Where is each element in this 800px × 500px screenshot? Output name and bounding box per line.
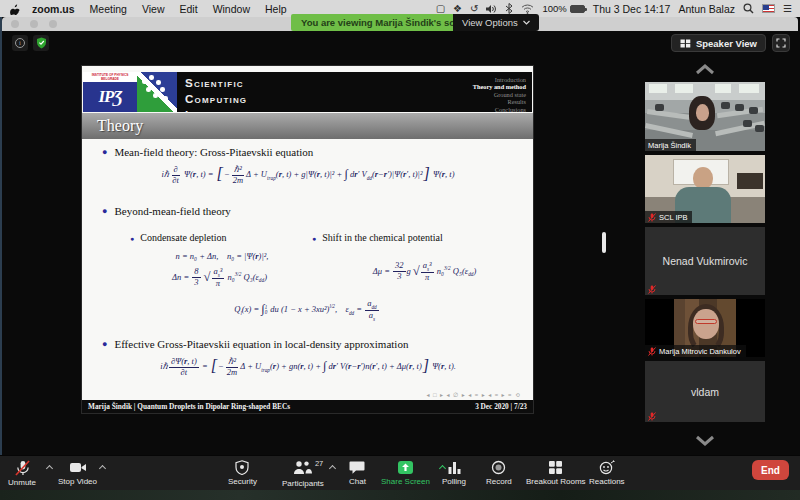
panel-resize-handle[interactable] [602,232,606,253]
apple-menu-icon[interactable] [10,3,20,15]
meeting-top-strip: i Speaker View [2,31,798,55]
input-source-flag-icon[interactable] [762,4,775,13]
record-icon [491,460,506,475]
unmute-options-chevron[interactable] [46,465,53,472]
chevron-down-icon [523,20,530,25]
equation-effective-gpe: iℏ∂Ψ(r, t)∂t = [−ℏ²2mΔ + Utrap(r) + gn(r… [96,357,520,378]
slide-footer: Marija Šindik | Quantum Droplets in Dipo… [82,400,533,413]
stop-video-button[interactable]: Stop Video [58,460,97,486]
reactions-smiley-icon [599,460,615,475]
bullet-mean-field: ●Mean-field theory: Gross-Pitaevskii equ… [102,146,313,158]
video-tile-marija-sindik[interactable]: Marija Šindik [645,82,765,151]
menu-window[interactable]: Window [213,3,250,15]
chat-bubble-icon [349,460,365,475]
menu-view[interactable]: View [142,3,165,15]
slide-body: ●Mean-field theory: Gross-Pitaevskii equ… [82,139,533,400]
menu-zoom-us[interactable]: zoom.us [32,3,75,15]
video-tile-marija-mitrovic-dankulov[interactable]: Marija Mitrovic Dankulov [645,299,765,357]
video-tile-nenad-vukmirovic[interactable]: Nenad Vukmirovic [645,227,765,295]
participants-options-chevron[interactable] [329,465,336,472]
video-tile-vldam[interactable]: vldam [645,361,765,422]
polling-button[interactable]: Polling [442,460,466,486]
bullet-effective-gpe: ●Effective Gross-Pitaevskii equation in … [102,338,408,350]
window-minimize-button[interactable] [30,20,38,28]
share-screen-icon [397,460,414,475]
subbullet-chemical-potential: ●Shift in the chemical potential [312,232,443,243]
end-meeting-button[interactable]: End [752,460,789,480]
equation-mu-shift: Δμ = 323g√as³π n₀3/2 Q₅(εdd) [332,261,517,283]
reactions-button[interactable]: Reactions [589,460,625,486]
participant-name-label: Marija Šindik [645,139,696,151]
zoom-app-window: zoom.us Meeting View Edit Window Help ▢ … [0,0,800,500]
desktop-wallpaper [0,490,800,500]
menu-help[interactable]: Help [265,3,287,15]
fullscreen-icon [776,38,786,48]
nav-conclusions: Conclusions [473,106,526,113]
battery-icon [570,5,585,13]
window-close-button[interactable] [11,20,19,28]
view-options-dropdown[interactable]: View Options [453,14,539,31]
equation-gpe: iℏ∂∂t Ψ(r, t) = [−ℏ²2mΔ + Utrap(r, t) + … [96,165,520,186]
menu-edit[interactable]: Edit [180,3,198,15]
nav-introduction: Introduction [473,76,526,83]
meeting-info-button[interactable]: i [12,35,28,51]
participant-name-label: SCL IPB [645,211,692,223]
notification-center-icon[interactable]: ☰ [783,3,792,14]
spotlight-search-icon[interactable] [743,3,754,14]
polling-bars-icon [447,460,462,475]
nav-results: Results [473,98,526,105]
grid-view-icon [680,39,691,48]
dropbox-icon[interactable]: ❖ [453,3,462,14]
window-zoom-button[interactable] [49,20,57,28]
nav-ground-state: Ground state [473,91,526,98]
menu-meeting[interactable]: Meeting [90,3,127,15]
video-tile-scl-ipb[interactable]: SCL IPB [645,155,765,223]
participant-name-label [645,283,661,295]
display-icon[interactable]: ▢ [436,3,445,14]
encryption-status-button[interactable] [33,35,49,51]
bullet-beyond-mean-field: ●Beyond-mean-field theory [102,205,231,217]
muted-mic-icon [648,347,656,356]
record-button[interactable]: Record [486,460,512,486]
scroll-up-chevron[interactable] [694,62,716,76]
desktop-wallpaper-edge [0,14,2,490]
menu-bar-clock[interactable]: Thu 3 Dec 14:17 [593,3,671,15]
participant-name-label [645,410,661,422]
participants-button[interactable]: 27 Participants [282,460,324,488]
slide-footer-date-page: 3 Dec 2020 | 7/23 [475,402,527,411]
muted-mic-icon [15,460,30,476]
timemachine-icon[interactable]: ↺ [470,3,478,14]
zoom-toolbar: Unmute Stop Video Security [0,455,800,490]
video-options-chevron[interactable] [99,465,106,472]
fullscreen-button[interactable] [772,34,790,52]
security-shield-icon [235,460,249,475]
volume-icon[interactable] [486,4,497,14]
scl-lab-name: Scientific Computing Laboratory [185,75,255,109]
unmute-button[interactable]: Unmute [8,460,36,487]
subbullet-condensate-depletion: ●Condensate depletion [130,232,227,243]
beamer-nav-symbols: ◂ □ ▸ ◂ ∅ ▸ ◂ ≡ ▸ ◂ ≡ ▸ ≡ ⟲ [426,391,521,398]
participant-name-label: Marija Mitrovic Dankulov [645,345,746,357]
wifi-icon[interactable] [521,4,534,14]
encryption-shield-icon [36,37,47,49]
equation-q-integral: Ql(x) = ∫10 du (1 − x + 3xu²)l/2, εdd = … [177,299,437,321]
equation-density: n = n₀ + Δn, n₀ = |Ψ(r)|², [137,251,307,261]
chat-button[interactable]: Chat [349,460,366,486]
speaker-view-button[interactable]: Speaker View [671,34,766,52]
participants-icon [293,460,313,475]
share-screen-button[interactable]: Share Screen [381,460,430,486]
menu-bar-user[interactable]: Antun Balaz [678,3,735,15]
security-button[interactable]: Security [228,460,257,486]
participants-count-badge: 27 [315,459,323,468]
slide-footer-author-title: Marija Šindik | Quantum Droplets in Dipo… [88,402,290,411]
muted-mic-icon [648,285,656,294]
bluetooth-icon[interactable] [505,3,513,14]
nav-theory-and-method: Theory and method [473,83,526,90]
info-icon: i [15,38,25,48]
battery-indicator[interactable]: 100% [542,3,584,14]
scroll-down-chevron[interactable] [694,434,716,448]
breakout-rooms-button[interactable]: Breakout Rooms [526,460,586,486]
shared-screen-slide: INSTITUTE OF PHYSICS BELGRADE IPƷ Scient… [82,66,533,413]
slide-title: Theory [82,113,533,139]
breakout-rooms-icon [548,460,563,475]
